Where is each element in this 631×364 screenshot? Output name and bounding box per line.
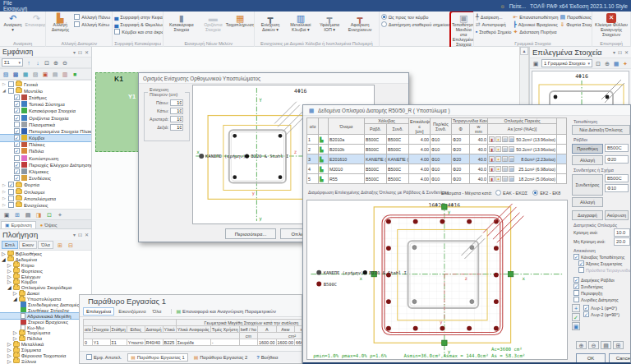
cell[interactable]: 40.0 [470, 145, 488, 154]
filter-tab[interactable]: Επιλ [2, 241, 18, 249]
side-offset-field[interactable] [170, 108, 183, 114]
cell[interactable]: ΚΑΝΕΠΕ ( [387, 154, 409, 164]
strip-checkbox[interactable]: Λωρ-1 (φ=0°) [583, 305, 619, 311]
chart-icon[interactable]: ▨ [502, 176, 508, 182]
recolor-icon[interactable]: ▣ [572, 322, 580, 330]
close-sheet-button[interactable]: ✕Κλείσιμο Φύλλου Εισαγωγής Στοιχείων [594, 12, 629, 40]
visibility-checkbox[interactable] [14, 122, 20, 127]
cell[interactable]: 1600.00 [276, 339, 295, 346]
detail-icon[interactable]: ▧ [509, 136, 514, 142]
checkbox-icon[interactable] [74, 21, 80, 27]
display-tree-item[interactable]: ▷Φορτία [0, 182, 91, 188]
work-tab[interactable]: Όλα [150, 308, 164, 315]
place-jacket-button[interactable]: ▣Τοποθέτηση Μανδύα στα Επιλεγμένα Στοιχε… [451, 12, 474, 47]
cell[interactable]: Y1 [92, 339, 110, 346]
tie-diameter-combo[interactable]: Φ10 [605, 184, 629, 192]
ribbon-checkbox[interactable]: Αλλαγή Κάτω [74, 21, 110, 27]
change-section-button[interactable]: ▙Αλλαγή Διατομής [48, 12, 72, 40]
cell[interactable]: 40.0 [470, 154, 488, 164]
vertical-members-button[interactable]: ▮Κατακόρυφα Στοιχεία [165, 12, 198, 40]
zoom-in-icon[interactable]: ⊕ [576, 341, 587, 349]
view-checkbox[interactable]: Περίσφιγξη [573, 290, 630, 296]
cell[interactable]: - [210, 339, 239, 346]
work-tab[interactable]: Εικονιζόμενα [116, 308, 149, 315]
radio-icon[interactable] [381, 14, 387, 20]
close-icon[interactable]: ✕ [624, 49, 629, 55]
render-icon[interactable]: ▣ [41, 70, 49, 78]
cell[interactable]: 1 [307, 135, 319, 145]
print-icon[interactable]: ▤ [601, 341, 611, 349]
visibility-checkbox[interactable] [8, 202, 14, 208]
view-checkbox[interactable]: Πρόσθετα Τετραγωνίδια [573, 267, 630, 273]
cell[interactable]: 0 [84, 339, 93, 346]
rebar-table-row[interactable]: 3▙E201610ΚΑΝΕΠΕ (ΚΑΝΕΠΕ (4.00Φ10Φ2040.0▮… [307, 154, 567, 164]
stitch-head-button[interactable]: ▄Συρραφή στην Κεφαλή [114, 14, 163, 20]
selected-element-combo[interactable]: 1 Γραμμικό Στοιχείο▾ [541, 59, 592, 67]
nav-tree-item[interactable]: ▷Τοιχώματα [0, 329, 91, 335]
level-down-icon[interactable]: ↓ [34, 58, 42, 67]
side-offset-field[interactable] [170, 99, 183, 106]
cell[interactable]: B500C [365, 135, 387, 145]
expander-icon[interactable]: ◢ [2, 256, 6, 262]
detail-icon[interactable]: ▧ [509, 166, 514, 172]
settings-icon[interactable]: ✦ [56, 210, 64, 219]
cell[interactable]: B500C [387, 145, 409, 154]
pin-element-icon[interactable]: ⊡ [594, 59, 602, 67]
cell[interactable]: 40.0 [470, 135, 488, 145]
view-solid-icon[interactable]: ▩ [12, 70, 20, 78]
display-tree-item[interactable]: Πλάκες [0, 141, 91, 148]
view-checkbox[interactable]: Συνδετήρες [573, 283, 630, 289]
panel-tab-active[interactable]: ▣Εμφάνιση [1, 221, 36, 228]
visibility-checkbox[interactable] [14, 141, 20, 147]
filter-tab[interactable]: Όλα [38, 241, 53, 249]
export-icon[interactable]: ◨ [35, 210, 43, 219]
side-offset-field[interactable] [170, 116, 183, 122]
detail-icon[interactable]: ▧ [509, 146, 514, 152]
tie-grade-combo[interactable]: B500C [605, 174, 629, 182]
cell[interactable]: 4.00 [409, 174, 431, 184]
visibility-checkbox[interactable] [14, 128, 20, 134]
visibility-checkbox[interactable] [14, 101, 20, 107]
cell[interactable]: Σκυρόδε [176, 339, 210, 346]
cell[interactable]: B2010a [329, 135, 365, 145]
cell[interactable]: Υποστύ [127, 339, 145, 346]
delete-button[interactable]: Διαγραφή [572, 210, 603, 220]
cell[interactable]: 4.00 [409, 135, 431, 145]
checkbox-icon[interactable] [573, 297, 579, 302]
checkbox-icon[interactable] [573, 283, 579, 289]
statusbar-item[interactable]: ?Βοήθεια [253, 353, 281, 362]
radio-icon[interactable] [381, 21, 387, 27]
cell[interactable]: Φ10 [431, 145, 452, 154]
new-folder-icon[interactable]: ⊞ [56, 241, 64, 249]
visibility-checkbox[interactable] [14, 148, 20, 154]
chart-icon[interactable]: ▨ [502, 146, 508, 152]
display-tree-item[interactable]: Κλίμακες [0, 168, 91, 174]
texture-icon[interactable]: ▥ [61, 70, 69, 78]
radio-icon[interactable] [532, 190, 538, 196]
refresh-icon[interactable]: ⊡ [45, 210, 53, 219]
expander-icon[interactable]: ▷ [2, 202, 7, 207]
cell[interactable]: M2010 [329, 164, 365, 174]
bar-diameter-combo[interactable]: Φ20 [605, 155, 629, 164]
cell[interactable]: B500C [387, 174, 409, 184]
view-checkbox[interactable]: Κάναβος Τοποθέτησης [573, 254, 630, 260]
nav-tree-item[interactable]: Συνδεδεμένες Διατομές [0, 302, 91, 307]
display-tree-item[interactable]: Κόμβοι [0, 135, 91, 141]
reposition-button[interactable]: ⇤Επανατοποθέτηση [513, 14, 558, 20]
cell[interactable]: Φ10 [431, 174, 452, 184]
expander-icon[interactable]: ◢ [2, 88, 7, 93]
cell[interactable] [557, 164, 567, 174]
pin-icon[interactable]: ⊡ [78, 232, 82, 237]
cell[interactable]: ▙ [319, 135, 329, 145]
grid-element-icon[interactable]: ▦ [612, 59, 620, 67]
cell[interactable] [557, 135, 567, 145]
ribbon-checkbox[interactable]: Αλλαγή Πάνω [74, 14, 110, 20]
noncritical-spacing-field[interactable]: 20.0 [614, 237, 630, 246]
nav-tree-item[interactable]: Κω-Μω [0, 325, 91, 330]
view-checkbox[interactable]: Λωρίδες Διάτμησης [573, 297, 630, 302]
bar-grade-combo[interactable]: B500C [605, 144, 629, 152]
visibility-checkbox[interactable] [14, 162, 20, 168]
cell[interactable]: Φ10 [431, 164, 452, 174]
visibility-checkbox[interactable] [8, 88, 14, 94]
ribbon-radio[interactable]: Διατήρηση σταθερού σημείου [381, 21, 449, 27]
